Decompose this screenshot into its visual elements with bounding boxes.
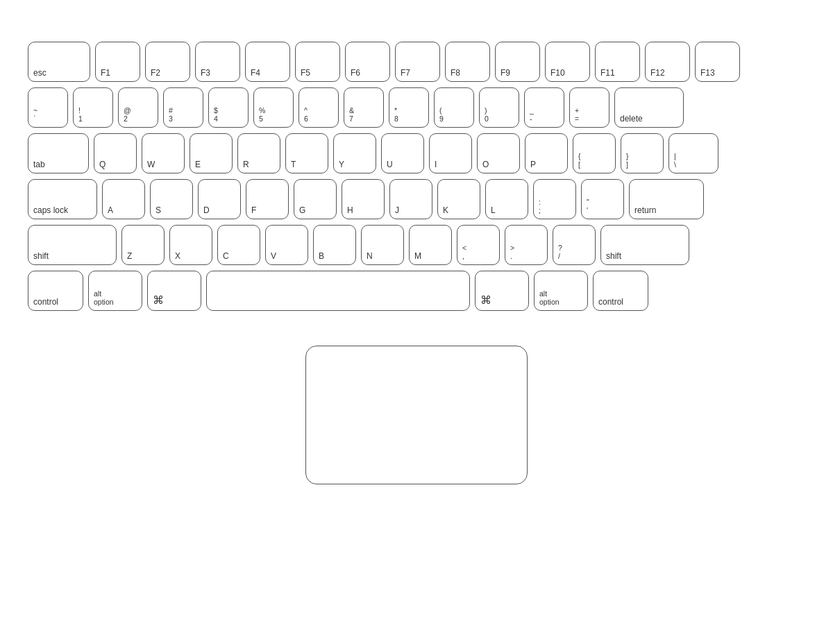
key-cmd-right[interactable]: ⌘ <box>475 271 529 311</box>
key-label: N <box>367 251 373 261</box>
key-3[interactable]: #3 <box>163 87 203 128</box>
key-cmd-left[interactable]: ⌘ <box>147 271 201 311</box>
key-4[interactable]: $4 <box>208 87 249 128</box>
key-label: F <box>251 205 256 215</box>
key-space[interactable] <box>206 271 470 311</box>
key-label: ^6 <box>304 106 308 124</box>
key-label: control <box>598 297 623 307</box>
key-label: &7 <box>349 106 354 124</box>
key-s[interactable]: S <box>150 179 193 219</box>
key-label: A <box>108 205 113 215</box>
key-tab[interactable]: tab <box>28 133 89 173</box>
key-l[interactable]: L <box>485 179 528 219</box>
key-f[interactable]: F <box>246 179 289 219</box>
key-n[interactable]: N <box>361 225 404 265</box>
key-label: shift <box>33 251 49 261</box>
key-label: delete <box>620 114 643 124</box>
key-open-bracket[interactable]: {[ <box>573 133 616 173</box>
key-label: )0 <box>485 106 489 124</box>
key-b[interactable]: B <box>313 225 356 265</box>
key-shift-right[interactable]: shift <box>600 225 689 265</box>
key-o[interactable]: O <box>477 133 520 173</box>
key-label: altoption <box>539 289 559 307</box>
key-semicolon[interactable]: :; <box>533 179 576 219</box>
key-comma[interactable]: <, <box>457 225 500 265</box>
key-9[interactable]: (9 <box>434 87 474 128</box>
key-7[interactable]: &7 <box>344 87 384 128</box>
key-f7[interactable]: F7 <box>395 42 440 82</box>
key-f4[interactable]: F4 <box>245 42 290 82</box>
key-f2[interactable]: F2 <box>145 42 190 82</box>
key-f10[interactable]: F10 <box>545 42 590 82</box>
key-alt-right[interactable]: altoption <box>534 271 588 311</box>
key-y[interactable]: Y <box>333 133 376 173</box>
key-label: F13 <box>700 68 715 78</box>
key-period[interactable]: >. <box>505 225 548 265</box>
key-f11[interactable]: F11 <box>595 42 640 82</box>
key-label: C <box>223 251 229 261</box>
key-equals[interactable]: += <box>569 87 609 128</box>
key-label: L <box>491 205 496 215</box>
key-q[interactable]: Q <box>94 133 137 173</box>
key-esc[interactable]: esc <box>28 42 90 82</box>
key-h[interactable]: H <box>342 179 385 219</box>
key-g[interactable]: G <box>294 179 337 219</box>
key-r[interactable]: R <box>237 133 280 173</box>
key-i[interactable]: I <box>429 133 472 173</box>
key-caps-lock[interactable]: caps lock <box>28 179 97 219</box>
key-5[interactable]: %5 <box>253 87 294 128</box>
key-k[interactable]: K <box>437 179 480 219</box>
key-w[interactable]: W <box>142 133 185 173</box>
key-label: !1 <box>78 106 83 124</box>
key-p[interactable]: P <box>525 133 568 173</box>
key-shift-left[interactable]: shift <box>28 225 117 265</box>
key-8[interactable]: *8 <box>389 87 429 128</box>
key-j[interactable]: J <box>389 179 432 219</box>
key-d[interactable]: D <box>198 179 241 219</box>
key-v[interactable]: V <box>265 225 308 265</box>
key-backslash[interactable]: |\ <box>668 133 718 173</box>
key-alt-left[interactable]: altoption <box>88 271 142 311</box>
key-label: += <box>575 106 579 124</box>
key-label: R <box>243 160 249 169</box>
key-slash[interactable]: ?/ <box>553 225 596 265</box>
asdf-row: caps lock A S D F G H J K L :; "' return <box>28 179 805 219</box>
key-quote[interactable]: "' <box>581 179 624 219</box>
key-c[interactable]: C <box>217 225 260 265</box>
key-f1[interactable]: F1 <box>95 42 140 82</box>
touchpad[interactable] <box>305 346 528 484</box>
key-return[interactable]: return <box>629 179 704 219</box>
key-1[interactable]: !1 <box>73 87 113 128</box>
key-z[interactable]: Z <box>121 225 165 265</box>
function-row: esc F1 F2 F3 F4 F5 F6 F7 F8 F9 F10 F11 F… <box>28 42 805 82</box>
key-6[interactable]: ^6 <box>298 87 339 128</box>
number-row: ~` !1 @2 #3 $4 %5 ^6 &7 *8 (9 )0 <box>28 87 805 128</box>
key-x[interactable]: X <box>169 225 212 265</box>
key-minus[interactable]: _- <box>524 87 564 128</box>
key-e[interactable]: E <box>190 133 233 173</box>
key-control-left[interactable]: control <box>28 271 83 311</box>
key-label: shift <box>606 251 621 261</box>
key-f9[interactable]: F9 <box>495 42 540 82</box>
key-control-right[interactable]: control <box>593 271 648 311</box>
key-0[interactable]: )0 <box>479 87 519 128</box>
key-close-bracket[interactable]: }] <box>621 133 664 173</box>
key-f12[interactable]: F12 <box>645 42 690 82</box>
key-label: esc <box>33 68 47 78</box>
key-m[interactable]: M <box>409 225 452 265</box>
key-tilde[interactable]: ~` <box>28 87 68 128</box>
key-f5[interactable]: F5 <box>295 42 340 82</box>
key-2[interactable]: @2 <box>118 87 158 128</box>
key-delete[interactable]: delete <box>614 87 684 128</box>
key-u[interactable]: U <box>381 133 424 173</box>
key-f8[interactable]: F8 <box>445 42 490 82</box>
key-f3[interactable]: F3 <box>195 42 240 82</box>
key-f6[interactable]: F6 <box>345 42 390 82</box>
key-label: %5 <box>259 106 265 124</box>
key-label: K <box>443 205 448 215</box>
key-a[interactable]: A <box>102 179 145 219</box>
key-label: J <box>395 205 399 215</box>
key-t[interactable]: T <box>285 133 328 173</box>
qwerty-row: tab Q W E R T Y U I O P {[ }] |\ <box>28 133 805 173</box>
key-f13[interactable]: F13 <box>695 42 740 82</box>
